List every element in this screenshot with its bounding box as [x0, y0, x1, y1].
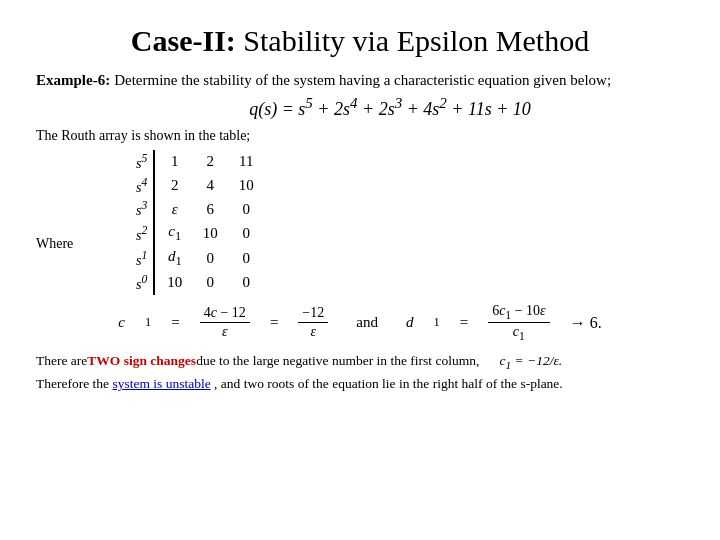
- c1-sub: 1: [145, 315, 151, 330]
- table-row: s2 c1 10 0: [126, 221, 264, 246]
- routh-table-area: s5 1 2 11 s4 2 4 10 s3 ε 6: [126, 150, 265, 295]
- table-row: s5 1 2 11: [126, 150, 264, 174]
- cell-s4-v3: 10: [228, 174, 264, 198]
- d1-fraction: 6c1 − 10ε c1: [488, 303, 549, 344]
- c1-fraction2: −12 ε: [298, 305, 328, 340]
- cell-s0-v1: 10: [154, 271, 192, 295]
- c1-denominator: ε: [218, 323, 232, 340]
- bottom-line2-part1: Therefore the: [36, 376, 112, 391]
- c1-num2: −12: [298, 305, 328, 323]
- cell-s2-v3: 0: [228, 221, 264, 246]
- c1-numerator: 4c − 12: [200, 305, 250, 323]
- c1-eq-equals: =: [171, 314, 179, 331]
- c1-eq-label: c: [118, 314, 125, 331]
- d1-eq-equals: =: [460, 314, 468, 331]
- cell-s4-v2: 4: [192, 174, 228, 198]
- table-row: s3 ε 6 0: [126, 197, 264, 221]
- arrow-symbol: → 6.: [570, 314, 602, 332]
- row-s0: s0: [126, 271, 154, 295]
- table-row: s0 10 0 0: [126, 271, 264, 295]
- bottom-line1-part2: due to the large negative number in the …: [196, 351, 499, 372]
- formula-row: c1 = 4c − 12 ε = −12 ε and d1 = 6c1 − 10…: [36, 303, 684, 344]
- table-row: s1 d1 0 0: [126, 246, 264, 271]
- routh-table: s5 1 2 11 s4 2 4 10 s3 ε 6: [126, 150, 265, 295]
- cell-s5-v3: 11: [228, 150, 264, 174]
- bottom-text: There are TWO sign changes due to the la…: [36, 351, 684, 395]
- example-line: Example-6: Determine the stability of th…: [36, 72, 684, 89]
- row-s1: s1: [126, 246, 154, 271]
- table-row: s4 2 4 10: [126, 174, 264, 198]
- row-s2: s2: [126, 221, 154, 246]
- cell-s4-v1: 2: [154, 174, 192, 198]
- title-suffix: Stability via Epsilon Method: [243, 24, 589, 57]
- c1-fraction: 4c − 12 ε: [200, 305, 250, 340]
- bottom-line2: Therefore the system is unstable , and t…: [36, 374, 684, 395]
- bottom-line2-part2: , and two roots of the equation lie in t…: [214, 376, 563, 391]
- title-prefix: Case-II:: [131, 24, 236, 57]
- and-word: and: [356, 314, 378, 331]
- cell-s1-v3: 0: [228, 246, 264, 271]
- cell-s0-v3: 0: [228, 271, 264, 295]
- cell-s3-v3: 0: [228, 197, 264, 221]
- cell-s3-v2: 6: [192, 197, 228, 221]
- two-sign-changes: TWO sign changes: [87, 351, 196, 372]
- d1-denominator: c1: [509, 323, 529, 343]
- d1-sub: 1: [433, 315, 439, 330]
- cell-s2-v1: c1: [154, 221, 192, 246]
- bottom-line1: There are TWO sign changes due to the la…: [36, 351, 684, 374]
- example-label: Example-6:: [36, 72, 110, 89]
- row-s4: s4: [126, 174, 154, 198]
- characteristic-equation: q(s) = s5 + 2s4 + 2s3 + 4s2 + 11s + 10: [96, 95, 684, 120]
- system-is-unstable: system is unstable: [112, 376, 210, 391]
- row-s5: s5: [126, 150, 154, 174]
- bottom-line1-part1: There are: [36, 351, 87, 372]
- cell-s5-v2: 2: [192, 150, 228, 174]
- d1-eq-label: d: [406, 314, 414, 331]
- page: Case-II: Stability via Epsilon Method Ex…: [0, 0, 720, 540]
- c1-inline-formula: c1 = −12/ε.: [500, 351, 563, 374]
- d1-numerator: 6c1 − 10ε: [488, 303, 549, 324]
- c1-den2: ε: [307, 323, 321, 340]
- cell-s1-v1: d1: [154, 246, 192, 271]
- c1-eq-equals2: =: [270, 314, 278, 331]
- cell-s0-v2: 0: [192, 271, 228, 295]
- cell-s1-v2: 0: [192, 246, 228, 271]
- example-text: Determine the stability of the system ha…: [114, 72, 611, 89]
- cell-s3-v1: ε: [154, 197, 192, 221]
- page-title: Case-II: Stability via Epsilon Method: [36, 24, 684, 58]
- routh-intro: The Routh array is shown in the table;: [36, 128, 684, 144]
- where-label: Where: [36, 236, 73, 251]
- row-s3: s3: [126, 197, 154, 221]
- cell-s2-v2: 10: [192, 221, 228, 246]
- cell-s5-v1: 1: [154, 150, 192, 174]
